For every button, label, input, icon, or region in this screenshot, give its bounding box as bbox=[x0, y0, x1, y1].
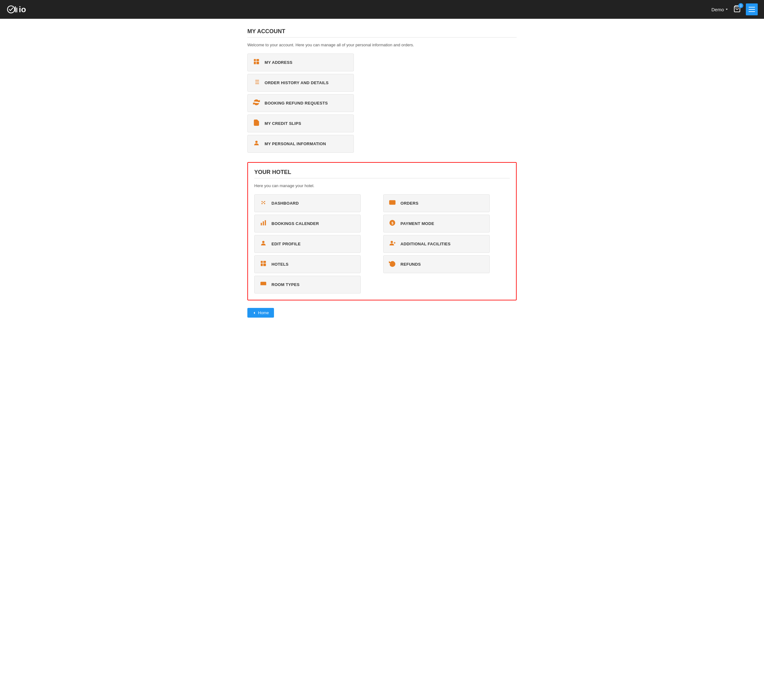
palette-icon bbox=[260, 199, 267, 208]
svg-rect-25 bbox=[261, 264, 263, 266]
menu-item-refunds-label: REFUNDS bbox=[401, 262, 421, 267]
bed-icon bbox=[260, 280, 267, 289]
header: io Demo 0 bbox=[0, 0, 764, 19]
menu-item-edit-profile[interactable]: EDIT PROFILE bbox=[254, 235, 361, 253]
svg-rect-28 bbox=[261, 283, 263, 284]
menu-item-hotels-label: HOTELS bbox=[271, 262, 289, 267]
header-right: Demo 0 bbox=[711, 3, 758, 15]
list-icon bbox=[253, 78, 260, 87]
chevron-left-icon bbox=[252, 311, 256, 315]
hotel-grid: DASHBOARD BOOKINGS CALENDER EDIT PROFILE bbox=[254, 194, 510, 294]
file-icon bbox=[253, 119, 260, 128]
user-edit-icon bbox=[260, 240, 267, 248]
hamburger-menu-button[interactable] bbox=[746, 3, 758, 15]
menu-item-dashboard-label: DASHBOARD bbox=[271, 201, 299, 206]
chart-bar-icon bbox=[260, 219, 267, 228]
svg-rect-4 bbox=[254, 59, 256, 61]
menu-item-order-history-label: ORDER HISTORY AND DETAILS bbox=[265, 80, 329, 85]
user-plus-icon bbox=[388, 240, 396, 248]
card-icon bbox=[388, 199, 396, 208]
svg-rect-29 bbox=[264, 283, 266, 284]
hotel-left-col: DASHBOARD BOOKINGS CALENDER EDIT PROFILE bbox=[254, 194, 381, 294]
hotel-subtitle: Here you can manage your hotel. bbox=[254, 183, 510, 188]
menu-item-payment-mode[interactable]: $ PAYMENT MODE bbox=[383, 215, 490, 233]
svg-rect-22 bbox=[265, 220, 266, 226]
svg-point-18 bbox=[264, 203, 265, 204]
svg-point-34 bbox=[391, 241, 393, 243]
your-hotel-section: YOUR HOTEL Here you can manage your hote… bbox=[247, 162, 517, 300]
dollar-icon: $ bbox=[388, 219, 396, 228]
svg-rect-5 bbox=[254, 62, 256, 64]
svg-text:$: $ bbox=[391, 221, 393, 225]
refresh-icon bbox=[253, 99, 260, 107]
svg-point-23 bbox=[262, 241, 264, 243]
menu-item-bookings-calender-label: BOOKINGS CALENDER bbox=[271, 221, 319, 226]
svg-rect-26 bbox=[263, 261, 266, 263]
svg-rect-2 bbox=[16, 8, 17, 12]
menu-item-my-address[interactable]: MY ADDRESS bbox=[247, 53, 354, 71]
demo-label: Demo bbox=[711, 7, 724, 12]
demo-menu[interactable]: Demo bbox=[711, 7, 728, 12]
menu-item-orders-label: ORDERS bbox=[401, 201, 418, 206]
menu-item-orders[interactable]: ORDERS bbox=[383, 194, 490, 212]
menu-bar-2 bbox=[749, 9, 755, 10]
svg-rect-30 bbox=[390, 201, 395, 205]
menu-item-dashboard[interactable]: DASHBOARD bbox=[254, 194, 361, 212]
menu-bar-3 bbox=[749, 11, 755, 12]
menu-item-credit-slips[interactable]: MY CREDIT SLIPS bbox=[247, 114, 354, 132]
menu-item-booking-refund-label: BOOKING REFUND REQUESTS bbox=[265, 101, 328, 105]
account-divider bbox=[247, 37, 517, 38]
svg-point-16 bbox=[264, 201, 265, 202]
svg-rect-1 bbox=[15, 6, 16, 12]
logo-icon bbox=[6, 3, 18, 15]
svg-rect-27 bbox=[263, 264, 266, 266]
menu-item-additional-facilities-label: ADDITIONAL FACILITIES bbox=[401, 242, 451, 246]
menu-item-hotels[interactable]: HOTELS bbox=[254, 255, 361, 273]
cart-badge: 0 bbox=[738, 3, 743, 8]
hotel-divider bbox=[254, 178, 510, 178]
menu-item-room-types[interactable]: ROOM TYPES bbox=[254, 276, 361, 294]
menu-item-personal-info[interactable]: MY PERSONAL INFORMATION bbox=[247, 135, 354, 153]
menu-item-credit-slips-label: MY CREDIT SLIPS bbox=[265, 121, 301, 126]
menu-item-room-types-label: ROOM TYPES bbox=[271, 282, 300, 287]
menu-item-order-history[interactable]: ORDER HISTORY AND DETAILS bbox=[247, 74, 354, 92]
svg-rect-6 bbox=[257, 59, 259, 61]
menu-item-booking-refund[interactable]: BOOKING REFUND REQUESTS bbox=[247, 94, 354, 112]
home-label: Home bbox=[258, 310, 269, 315]
menu-item-bookings-calender[interactable]: BOOKINGS CALENDER bbox=[254, 215, 361, 233]
main-content: MY ACCOUNT Welcome to your account. Here… bbox=[241, 19, 523, 327]
svg-point-15 bbox=[261, 201, 263, 202]
menu-item-additional-facilities[interactable]: ADDITIONAL FACILITIES bbox=[383, 235, 490, 253]
undo-icon bbox=[388, 260, 396, 269]
my-account-title: MY ACCOUNT bbox=[247, 28, 517, 35]
menu-item-personal-info-label: MY PERSONAL INFORMATION bbox=[265, 141, 326, 146]
cart-button[interactable]: 0 bbox=[733, 5, 741, 14]
menu-bar-1 bbox=[749, 7, 755, 8]
svg-point-17 bbox=[261, 203, 263, 204]
svg-point-14 bbox=[255, 141, 257, 143]
menu-item-edit-profile-label: EDIT PROFILE bbox=[271, 242, 301, 246]
menu-item-refunds[interactable]: REFUNDS bbox=[383, 255, 490, 273]
chevron-down-icon bbox=[725, 8, 728, 11]
your-hotel-title: YOUR HOTEL bbox=[254, 169, 510, 175]
svg-rect-21 bbox=[263, 221, 264, 225]
home-button[interactable]: Home bbox=[247, 308, 274, 317]
svg-rect-20 bbox=[261, 223, 262, 225]
building-icon bbox=[253, 58, 260, 67]
menu-item-payment-mode-label: PAYMENT MODE bbox=[401, 221, 434, 226]
logo[interactable]: io bbox=[6, 3, 26, 15]
hotel-building-icon bbox=[260, 260, 267, 269]
svg-rect-24 bbox=[261, 261, 263, 263]
account-menu-list: MY ADDRESS ORDER HISTORY AND DETAILS BOO… bbox=[247, 53, 517, 153]
svg-rect-7 bbox=[257, 62, 259, 64]
logo-text: io bbox=[19, 5, 26, 14]
user-icon bbox=[253, 139, 260, 148]
svg-point-19 bbox=[263, 202, 264, 203]
my-account-section: MY ACCOUNT Welcome to your account. Here… bbox=[247, 28, 517, 153]
account-subtitle: Welcome to your account. Here you can ma… bbox=[247, 42, 517, 47]
menu-item-my-address-label: MY ADDRESS bbox=[265, 60, 293, 65]
hotel-right-col: ORDERS $ PAYMENT MODE ADDITIONAL FACILIT… bbox=[383, 194, 510, 294]
